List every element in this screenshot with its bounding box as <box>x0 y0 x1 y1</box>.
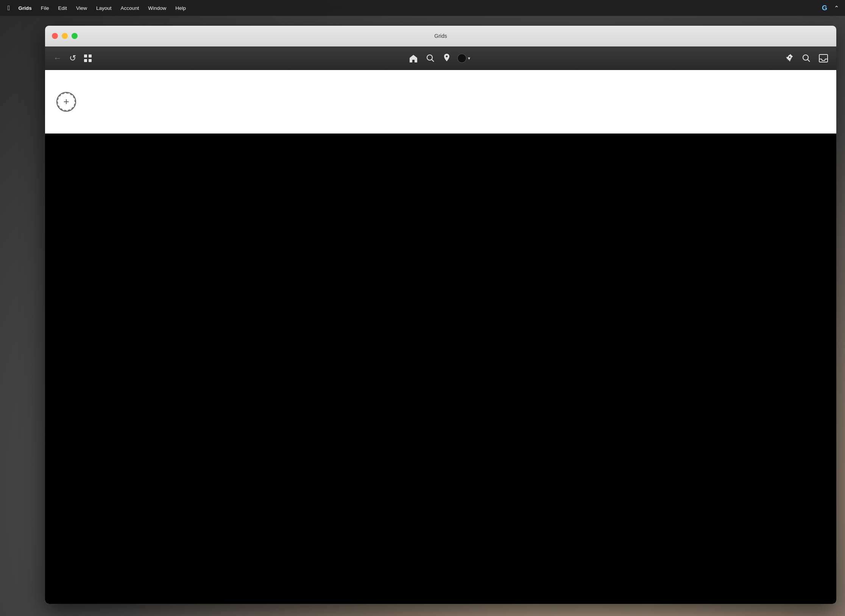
menu-bar:  Grids File Edit View Layout Account Wi… <box>0 0 845 16</box>
search2-button[interactable] <box>801 53 812 64</box>
search2-icon <box>802 54 811 62</box>
svg-line-5 <box>432 59 434 62</box>
menu-bar-left:  Grids File Edit View Layout Account Wi… <box>5 3 190 14</box>
bookmark-button[interactable] <box>784 53 795 64</box>
apple-menu-item[interactable]:  <box>5 3 13 14</box>
window-menu-item[interactable]: Window <box>144 4 170 12</box>
menu-bar-right: G ⌃ <box>820 3 840 13</box>
grids-menu-item[interactable]: Grids <box>15 4 36 12</box>
svg-point-7 <box>803 55 808 60</box>
color-picker-button[interactable]: ▾ <box>457 54 470 63</box>
window-controls <box>52 33 78 39</box>
home-button[interactable] <box>407 53 419 64</box>
help-menu-item[interactable]: Help <box>171 4 190 12</box>
content-top-strip: + <box>45 70 836 134</box>
close-button[interactable] <box>52 33 58 39</box>
grid-view-button[interactable] <box>82 53 94 64</box>
system-icon: ⌃ <box>833 4 840 12</box>
chevron-down-icon: ▾ <box>468 56 470 61</box>
title-bar: Grids <box>45 26 836 47</box>
grids-status-icon: G <box>820 3 829 13</box>
toolbar: ← ↺ <box>45 47 836 70</box>
view-menu-item[interactable]: View <box>72 4 91 12</box>
back-button[interactable]: ← <box>52 52 63 65</box>
svg-rect-1 <box>89 54 92 58</box>
account-menu-item[interactable]: Account <box>117 4 143 12</box>
svg-point-4 <box>427 55 432 60</box>
inbox-button[interactable] <box>817 53 829 64</box>
refresh-button[interactable]: ↺ <box>68 52 78 65</box>
edit-menu-item[interactable]: Edit <box>55 4 71 12</box>
svg-rect-0 <box>84 54 87 58</box>
layout-menu-item[interactable]: Layout <box>92 4 115 12</box>
add-icon: + <box>57 93 75 111</box>
bookmark-icon <box>786 54 794 62</box>
location-icon <box>443 54 451 63</box>
minimize-button[interactable] <box>62 33 68 39</box>
color-dot <box>457 54 466 63</box>
window-title: Grids <box>434 33 447 39</box>
search-icon <box>426 54 435 62</box>
content-area: + <box>45 70 836 604</box>
svg-rect-2 <box>84 59 87 62</box>
toolbar-center-group: ▾ <box>99 52 779 64</box>
toolbar-right-group <box>784 53 829 64</box>
maximize-button[interactable] <box>72 33 78 39</box>
file-menu-item[interactable]: File <box>37 4 53 12</box>
toolbar-left-group: ← ↺ <box>52 52 94 65</box>
main-content-area <box>45 134 836 604</box>
app-window: Grids ← ↺ <box>45 26 836 604</box>
home-icon <box>409 54 418 62</box>
inbox-icon <box>819 54 828 62</box>
svg-line-8 <box>808 59 810 62</box>
search-button[interactable] <box>425 53 436 64</box>
svg-point-6 <box>789 56 790 58</box>
add-feed-button[interactable]: + <box>56 92 76 112</box>
grid-icon <box>84 54 92 62</box>
location-button[interactable] <box>441 52 452 64</box>
svg-rect-3 <box>89 59 92 62</box>
